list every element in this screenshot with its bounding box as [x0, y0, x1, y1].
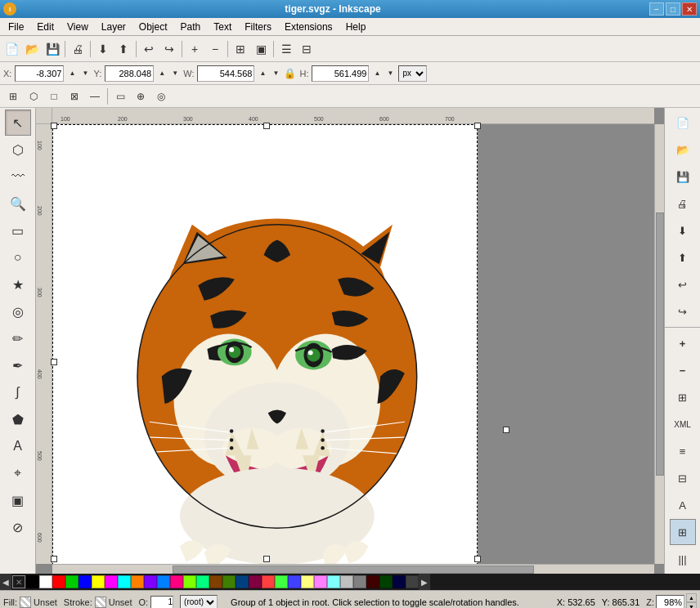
- color-swatch-yellow[interactable]: [92, 575, 105, 588]
- rt-align[interactable]: |||: [670, 546, 696, 572]
- w-dn-btn[interactable]: ▼: [271, 64, 280, 83]
- open-button[interactable]: 📂: [22, 39, 42, 59]
- menu-text[interactable]: Text: [207, 20, 238, 34]
- rt-open[interactable]: 📂: [670, 136, 696, 163]
- sel-handle-br[interactable]: [474, 556, 481, 562]
- sel-handle-tr[interactable]: [474, 123, 481, 129]
- tool-selector[interactable]: ↖: [5, 110, 31, 136]
- layer-select[interactable]: (root): [180, 595, 218, 609]
- color-swatch-ltcyan[interactable]: [327, 575, 340, 588]
- rt-grid[interactable]: ⊞: [670, 519, 696, 545]
- menu-layer[interactable]: Layer: [95, 20, 132, 34]
- zoom-up-btn[interactable]: ▲: [686, 593, 697, 602]
- rt-xml[interactable]: XML: [670, 411, 696, 437]
- tool-pencil[interactable]: ✏: [5, 325, 31, 351]
- minimize-button[interactable]: −: [649, 2, 664, 16]
- color-swatch-ltred[interactable]: [262, 575, 275, 588]
- menu-object[interactable]: Object: [132, 20, 174, 34]
- tool-pen[interactable]: ✒: [5, 352, 31, 378]
- menu-file[interactable]: File: [2, 20, 30, 34]
- snap-nodes-btn[interactable]: ⬡: [24, 87, 43, 106]
- sel-handle-tl[interactable]: [51, 123, 57, 129]
- color-swatch-brown[interactable]: [209, 575, 222, 588]
- rt-snap[interactable]: ⊞: [670, 384, 696, 410]
- snap-midpoint-btn[interactable]: ◎: [151, 87, 171, 106]
- color-swatch-gray[interactable]: [353, 575, 366, 588]
- rt-print[interactable]: 🖨: [670, 190, 696, 217]
- sel-handle-tm[interactable]: [263, 123, 270, 129]
- color-swatch-ltgreen[interactable]: [183, 575, 196, 588]
- palette-left-arrow[interactable]: ◀: [0, 574, 11, 590]
- rt-export[interactable]: ⬆: [670, 244, 696, 270]
- menu-filters[interactable]: Filters: [238, 20, 278, 34]
- sel-handle-bm[interactable]: [263, 556, 270, 562]
- color-swatch-ltyellow[interactable]: [301, 575, 314, 588]
- color-swatch-dkgray[interactable]: [406, 575, 419, 588]
- color-swatch-red[interactable]: [52, 575, 65, 588]
- color-swatch-olive[interactable]: [222, 575, 236, 588]
- h-up-btn[interactable]: ▲: [372, 64, 382, 83]
- color-swatch-aqua[interactable]: [196, 575, 209, 588]
- w-input[interactable]: [197, 65, 254, 82]
- palette-right-arrow[interactable]: ▶: [419, 574, 430, 590]
- menu-path[interactable]: Path: [174, 20, 208, 34]
- horizontal-scrollbar[interactable]: [52, 564, 654, 574]
- color-swatch-purple[interactable]: [144, 575, 157, 588]
- menu-help[interactable]: Help: [339, 20, 373, 34]
- zoom-out-button[interactable]: −: [205, 39, 225, 59]
- menu-extensions[interactable]: Extensions: [278, 20, 339, 34]
- color-swatch-green[interactable]: [65, 575, 79, 588]
- tool-connector[interactable]: ⌖: [5, 460, 31, 486]
- save-button[interactable]: 💾: [43, 39, 62, 59]
- vertical-scrollbar[interactable]: [654, 124, 664, 564]
- sel-handle-ml[interactable]: [51, 359, 57, 365]
- color-swatch-ltgreen2[interactable]: [275, 575, 288, 588]
- snap-grid-btn[interactable]: ⊠: [65, 87, 84, 106]
- w-up-btn[interactable]: ▲: [258, 64, 267, 83]
- tool-zoom[interactable]: 🔍: [5, 190, 31, 217]
- maximize-button[interactable]: □: [666, 2, 680, 16]
- export-button[interactable]: ⬆: [114, 39, 133, 59]
- rt-redo[interactable]: ↪: [670, 298, 696, 324]
- color-swatch-navy[interactable]: [236, 575, 249, 588]
- close-button[interactable]: ✕: [682, 2, 697, 16]
- color-swatch-dkblue[interactable]: [393, 575, 406, 588]
- new-button[interactable]: 📄: [2, 39, 21, 59]
- menu-edit[interactable]: Edit: [30, 20, 61, 34]
- align-button[interactable]: ⊟: [297, 39, 316, 59]
- fill-color-box[interactable]: [20, 597, 31, 608]
- snap-center-btn[interactable]: ⊕: [131, 87, 150, 106]
- color-swatch-ltblue[interactable]: [157, 575, 170, 588]
- snap-guide-btn[interactable]: —: [85, 87, 105, 106]
- rt-zoom-out[interactable]: −: [670, 357, 696, 383]
- x-input[interactable]: [15, 65, 64, 82]
- opacity-input[interactable]: [150, 596, 173, 609]
- tool-spiral[interactable]: ◎: [5, 298, 31, 324]
- tool-star[interactable]: ★: [5, 271, 31, 297]
- color-swatch-orange[interactable]: [131, 575, 144, 588]
- tool-rect[interactable]: ▭: [5, 217, 31, 244]
- rt-undo[interactable]: ↩: [670, 271, 696, 297]
- undo-button[interactable]: ↩: [139, 39, 159, 59]
- tool-calligraphy[interactable]: ∫: [5, 379, 31, 405]
- rt-zoom-in[interactable]: +: [670, 330, 696, 356]
- tool-gradient[interactable]: ▣: [5, 487, 31, 513]
- y-dn-btn[interactable]: ▼: [170, 64, 180, 83]
- sel-handle-mr[interactable]: [503, 427, 509, 433]
- tool-text[interactable]: A: [5, 433, 31, 459]
- tool-tweak[interactable]: 〰: [5, 163, 31, 190]
- y-input[interactable]: [105, 65, 154, 82]
- color-swatch-black[interactable]: [26, 575, 39, 588]
- color-swatch-ltpink[interactable]: [314, 575, 327, 588]
- rt-symbols[interactable]: A: [670, 492, 696, 518]
- select-all-button[interactable]: ▣: [251, 39, 271, 59]
- menu-view[interactable]: View: [61, 20, 95, 34]
- snap-global-btn[interactable]: ⊞: [3, 87, 23, 106]
- sel-handle-bl[interactable]: [51, 556, 57, 562]
- canvas-area[interactable]: 100 200 300 400 500 600 700 100 200 300 …: [36, 108, 664, 574]
- color-swatch-ltpurple[interactable]: [288, 575, 301, 588]
- redo-button[interactable]: ↪: [159, 39, 179, 59]
- color-swatch-blue[interactable]: [79, 575, 92, 588]
- snap-page-btn[interactable]: ▭: [110, 87, 130, 106]
- snap-bbox-btn[interactable]: □: [44, 87, 64, 106]
